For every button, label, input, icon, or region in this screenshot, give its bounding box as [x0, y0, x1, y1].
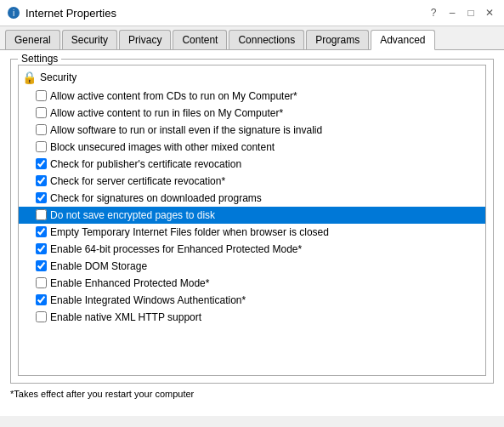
- checkbox-item14[interactable]: [36, 311, 47, 322]
- security-section-title: Security: [40, 71, 76, 83]
- list-item[interactable]: Check for publisher's certificate revoca…: [19, 156, 485, 173]
- bottom-note: *Takes effect after you restart your com…: [10, 389, 494, 399]
- list-item[interactable]: Enable 64-bit processes for Enhanced Pro…: [19, 241, 485, 258]
- minimize-button[interactable]: –: [445, 5, 460, 20]
- list-item[interactable]: Enable Integrated Windows Authentication…: [19, 292, 485, 309]
- checkbox-item9[interactable]: [36, 226, 47, 237]
- checkbox-item3[interactable]: [36, 124, 47, 135]
- tab-programs[interactable]: Programs: [306, 30, 369, 49]
- item-label: Enable DOM Storage: [50, 259, 147, 274]
- content-area: Settings 🔒 Security Allow active content…: [0, 50, 504, 416]
- title-bar-controls: ? – □ ✕: [426, 5, 497, 20]
- maximize-button[interactable]: □: [463, 5, 479, 20]
- lock-icon: 🔒: [22, 71, 37, 84]
- checkbox-item2[interactable]: [36, 107, 47, 118]
- list-item[interactable]: Allow active content from CDs to run on …: [19, 88, 485, 105]
- checkbox-item11[interactable]: [36, 260, 47, 271]
- close-button[interactable]: ✕: [482, 5, 497, 20]
- list-area[interactable]: 🔒 Security Allow active content from CDs…: [19, 65, 485, 375]
- scroll-container[interactable]: 🔒 Security Allow active content from CDs…: [18, 65, 486, 376]
- item-label: Enable Integrated Windows Authentication…: [50, 293, 246, 308]
- list-item[interactable]: Allow active content to run in files on …: [19, 105, 485, 122]
- tab-bar: General Security Privacy Content Connect…: [0, 26, 504, 50]
- items-container: Allow active content from CDs to run on …: [19, 88, 485, 326]
- help-button[interactable]: ?: [426, 5, 441, 20]
- item-label: Block unsecured images with other mixed …: [50, 139, 275, 155]
- item-label: Allow active content from CDs to run on …: [50, 88, 297, 104]
- svg-text:i: i: [13, 9, 14, 18]
- item-label: Check for server certificate revocation*: [50, 174, 225, 189]
- security-section-header: 🔒 Security: [19, 69, 485, 86]
- window-title: Internet Properties: [25, 7, 116, 20]
- checkbox-item5[interactable]: [36, 158, 47, 169]
- item-label: Check for signatures on downloaded progr…: [50, 191, 262, 206]
- checkbox-item1[interactable]: [36, 90, 47, 101]
- item-label: Enable native XML HTTP support: [50, 310, 201, 325]
- checkbox-item13[interactable]: [36, 294, 47, 305]
- list-item[interactable]: Enable Enhanced Protected Mode*: [19, 275, 485, 292]
- list-item[interactable]: Check for server certificate revocation*: [19, 173, 485, 190]
- tab-privacy[interactable]: Privacy: [119, 30, 171, 49]
- title-icon: i: [7, 6, 20, 20]
- list-item[interactable]: Check for signatures on downloaded progr…: [19, 190, 485, 207]
- list-item[interactable]: Do not save encrypted pages to disk: [19, 207, 485, 224]
- checkbox-item10[interactable]: [36, 243, 47, 254]
- tab-connections[interactable]: Connections: [229, 30, 304, 49]
- checkbox-item6[interactable]: [36, 175, 47, 186]
- tab-security[interactable]: Security: [62, 30, 117, 49]
- list-item[interactable]: Enable native XML HTTP support: [19, 309, 485, 326]
- tab-general[interactable]: General: [5, 30, 60, 49]
- item-label: Allow software to run or install even if…: [50, 122, 322, 138]
- checkbox-item4[interactable]: [36, 141, 47, 152]
- item-label: Enable 64-bit processes for Enhanced Pro…: [50, 242, 302, 257]
- settings-legend: Settings: [18, 53, 61, 65]
- tab-content[interactable]: Content: [173, 30, 227, 49]
- item-label: Check for publisher's certificate revoca…: [50, 157, 241, 172]
- settings-group: Settings 🔒 Security Allow active content…: [10, 59, 494, 384]
- title-bar-left: i Internet Properties: [7, 6, 116, 20]
- list-item[interactable]: Empty Temporary Internet Files folder wh…: [19, 224, 485, 241]
- checkbox-item8[interactable]: [36, 209, 47, 220]
- item-label: Enable Enhanced Protected Mode*: [50, 276, 209, 291]
- list-item[interactable]: Block unsecured images with other mixed …: [19, 139, 485, 156]
- item-label: Empty Temporary Internet Files folder wh…: [50, 225, 329, 240]
- checkbox-item12[interactable]: [36, 277, 47, 288]
- item-label: Allow active content to run in files on …: [50, 105, 283, 121]
- item-label: Do not save encrypted pages to disk: [50, 208, 215, 223]
- list-item[interactable]: Enable DOM Storage: [19, 258, 485, 275]
- title-bar: i Internet Properties ? – □ ✕: [0, 0, 504, 26]
- list-item[interactable]: Allow software to run or install even if…: [19, 122, 485, 139]
- checkbox-item7[interactable]: [36, 192, 47, 203]
- tab-advanced[interactable]: Advanced: [371, 30, 434, 50]
